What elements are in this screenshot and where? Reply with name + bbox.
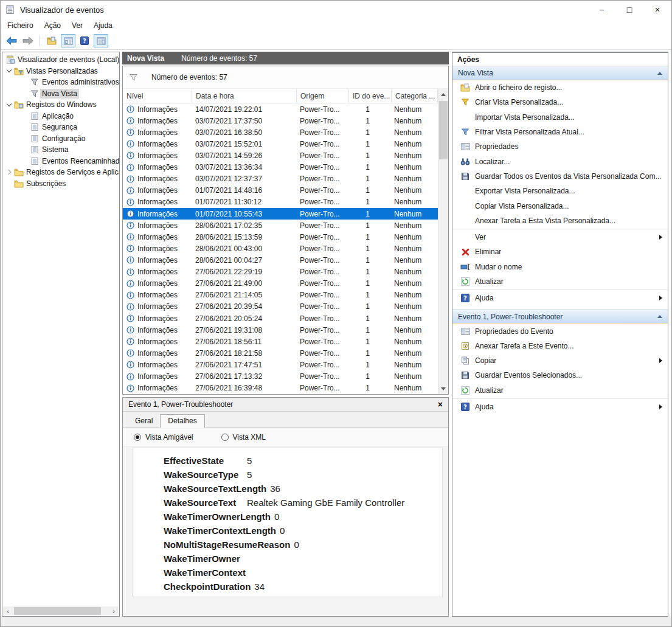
tree-horizontal-scrollbar[interactable]: ‹ ›	[3, 606, 119, 615]
event-row[interactable]: Informações27/06/2021 20:05:24Power-Tro.…	[123, 313, 438, 324]
event-row[interactable]: Informações01/07/2021 14:48:16Power-Tro.…	[123, 185, 438, 196]
tree-item-seguran-a[interactable]: Segurança	[2, 122, 119, 133]
action-propriedades-do-evento[interactable]: Propriedades do Evento	[452, 324, 668, 338]
column-header-4[interactable]: Categoria ...	[392, 89, 438, 103]
cell-datetime: 03/07/2021 14:59:26	[192, 151, 297, 160]
scrollbar-thumb[interactable]	[439, 101, 448, 159]
tree-item-configura-o[interactable]: Configuração	[2, 133, 119, 145]
tab-geral[interactable]: Geral	[128, 415, 160, 428]
column-header-3[interactable]: ID do eve...	[349, 89, 392, 103]
show-action-pane-button[interactable]	[94, 34, 108, 47]
event-row[interactable]: Informações14/07/2021 19:22:01Power-Tro.…	[123, 103, 438, 115]
radio-vista-xml[interactable]: Vista XML	[221, 433, 266, 442]
close-button[interactable]: ×	[643, 1, 671, 19]
action-eliminar[interactable]: Eliminar	[452, 244, 668, 259]
collapse-arrow-icon[interactable]	[657, 72, 662, 75]
action-atualizar[interactable]: Atualizar	[452, 383, 668, 398]
menu-ajuda[interactable]: Ajuda	[88, 19, 118, 32]
event-row[interactable]: Informações27/06/2021 20:39:54Power-Tro.…	[123, 301, 438, 313]
show-console-tree-button[interactable]	[61, 34, 75, 47]
view-mode-radios: Vista AmigávelVista XML	[123, 429, 448, 446]
event-row[interactable]: Informações28/06/2021 15:13:59Power-Tro.…	[123, 231, 438, 243]
scroll-up-arrow-icon[interactable]	[438, 89, 448, 100]
event-row[interactable]: Informações03/07/2021 12:37:37Power-Tro.…	[123, 173, 438, 185]
column-header-1[interactable]: Data e hora	[192, 89, 297, 103]
tree-item-visualizador-de-eventos-local-[interactable]: Visualizador de eventos (Local)	[2, 54, 119, 66]
scroll-down-arrow-icon[interactable]	[438, 383, 448, 394]
action-criar-vista-personalizada[interactable]: Criar Vista Personalizada...	[452, 95, 668, 109]
event-row[interactable]: Informações27/06/2021 16:39:48Power-Tro.…	[123, 383, 438, 394]
menu-ver[interactable]: Ver	[66, 19, 88, 32]
event-row[interactable]: Informações28/06/2021 17:02:35Power-Tro.…	[123, 220, 438, 231]
event-row[interactable]: Informações27/06/2021 18:56:11Power-Tro.…	[123, 336, 438, 347]
maximize-button[interactable]: □	[615, 1, 643, 19]
action-copiar[interactable]: Copiar	[452, 353, 668, 368]
forward-button[interactable]	[21, 34, 35, 47]
action-mudar-o-nome[interactable]: Mudar o nome	[452, 260, 668, 274]
action-exportar-vista-personalizada[interactable]: Exportar Vista Personalizada...	[452, 184, 668, 198]
scroll-left-arrow-icon[interactable]: ‹	[3, 608, 13, 615]
actions-section-header[interactable]: Evento 1, Power-Troubleshooter	[452, 310, 668, 324]
help-button[interactable]: ?	[77, 34, 92, 47]
tree-item-eventos-reencaminhado[interactable]: Eventos Reencaminhado	[2, 156, 119, 167]
action-propriedades[interactable]: Propriedades	[452, 139, 668, 154]
console-root-button[interactable]	[44, 34, 59, 47]
column-header-0[interactable]: Nível	[123, 89, 192, 103]
event-row[interactable]: Informações03/07/2021 14:59:26Power-Tro.…	[123, 150, 438, 161]
tree-item-subscri-es[interactable]: Subscrições	[2, 178, 119, 190]
action-guardar-todos-os-eventos-da-vista-personalizada-com[interactable]: Guardar Todos os Eventos da Vista Person…	[452, 169, 668, 184]
action-copiar-vista-personalizada[interactable]: Copiar Vista Personalizada...	[452, 198, 668, 213]
event-row[interactable]: Informações28/06/2021 00:04:27Power-Tro.…	[123, 254, 438, 266]
event-row[interactable]: Informações03/07/2021 15:52:01Power-Tro.…	[123, 138, 438, 150]
radio-vista-amig-vel[interactable]: Vista Amigável	[134, 433, 193, 442]
menu-ao[interactable]: Ação	[39, 19, 66, 32]
close-icon[interactable]: ×	[438, 400, 443, 409]
action-ajuda[interactable]: ?Ajuda	[452, 291, 668, 305]
event-row[interactable]: Informações27/06/2021 21:14:05Power-Tro.…	[123, 289, 438, 301]
tree-item-registos-de-servi-os-e-aplica[interactable]: Registos de Serviços e Aplica	[2, 167, 119, 178]
event-row[interactable]: Informações03/07/2021 13:36:34Power-Tro.…	[123, 162, 438, 173]
tree-item-vistas-personalizadas[interactable]: Vistas Personalizadas	[2, 66, 119, 77]
scroll-right-arrow-icon[interactable]: ›	[109, 608, 119, 615]
event-row[interactable]: Informações27/06/2021 18:21:58Power-Tro.…	[123, 347, 438, 359]
event-row[interactable]: Informações27/06/2021 17:13:32Power-Tro.…	[123, 371, 438, 383]
minimize-button[interactable]: −	[587, 1, 615, 19]
event-row[interactable]: Informações27/06/2021 22:29:19Power-Tro.…	[123, 266, 438, 278]
action-anexar-tarefa-a-esta-vista-personalizada[interactable]: Anexar Tarefa a Esta Vista Personalizada…	[452, 213, 668, 228]
chevron-down-icon[interactable]	[5, 104, 13, 106]
action-localizar[interactable]: Localizar...	[452, 154, 668, 168]
event-row[interactable]: Informações27/06/2021 21:49:00Power-Tro.…	[123, 278, 438, 289]
action-anexar-tarefa-a-este-evento[interactable]: Anexar Tarefa a Este Evento...	[452, 339, 668, 353]
action-abrir-o-ficheiro-de-registo[interactable]: Abrir o ficheiro de registo...	[452, 80, 668, 95]
action-importar-vista-personalizada[interactable]: Importar Vista Personalizada...	[452, 110, 668, 125]
event-row[interactable]: Informações03/07/2021 16:38:50Power-Tro.…	[123, 126, 438, 138]
chevron-down-icon[interactable]	[5, 70, 13, 72]
action-atualizar[interactable]: Atualizar	[452, 274, 668, 289]
chevron-right-icon[interactable]	[5, 170, 13, 174]
scrollbar-thumb[interactable]	[14, 607, 101, 615]
actions-section-header[interactable]: Nova Vista	[452, 66, 668, 80]
tree-item-nova-vista[interactable]: Nova Vista	[2, 88, 119, 100]
action-guardar-eventos-selecionados[interactable]: Guardar Eventos Selecionados...	[452, 368, 668, 383]
event-row[interactable]: Informações03/07/2021 17:37:50Power-Tro.…	[123, 115, 438, 126]
column-header-2[interactable]: Origem	[297, 89, 349, 103]
action-filtrar-vista-personalizada-atual[interactable]: Filtrar Vista Personalizada Atual...	[452, 125, 668, 139]
menu-ficheiro[interactable]: Ficheiro	[2, 19, 39, 32]
event-list-scrollbar[interactable]	[438, 89, 448, 394]
event-row[interactable]: Informações27/06/2021 19:31:08Power-Tro.…	[123, 324, 438, 336]
tree-item-sistema[interactable]: Sistema	[2, 144, 119, 156]
event-row[interactable]: Informações01/07/2021 11:30:12Power-Tro.…	[123, 196, 438, 208]
back-button[interactable]	[4, 34, 19, 47]
tree-item-eventos-administrativos[interactable]: Eventos administrativos	[2, 77, 119, 88]
collapse-arrow-icon[interactable]	[657, 315, 662, 318]
cell-event-id: 1	[349, 372, 392, 381]
event-row[interactable]: Informações01/07/2021 10:55:43Power-Tro.…	[123, 208, 438, 220]
action-ver[interactable]: Ver	[452, 230, 668, 244]
event-row[interactable]: Informações27/06/2021 17:47:51Power-Tro.…	[123, 359, 438, 370]
action-ajuda[interactable]: ?Ajuda	[452, 400, 668, 414]
event-row[interactable]: Informações28/06/2021 00:43:00Power-Tro.…	[123, 243, 438, 254]
tab-detalhes[interactable]: Detalhes	[160, 414, 204, 428]
level-text: Informações	[137, 268, 178, 276]
tree-item-aplica-o[interactable]: Aplicação	[2, 111, 119, 122]
tree-item-registos-do-windows[interactable]: Registos do Windows	[2, 99, 119, 111]
